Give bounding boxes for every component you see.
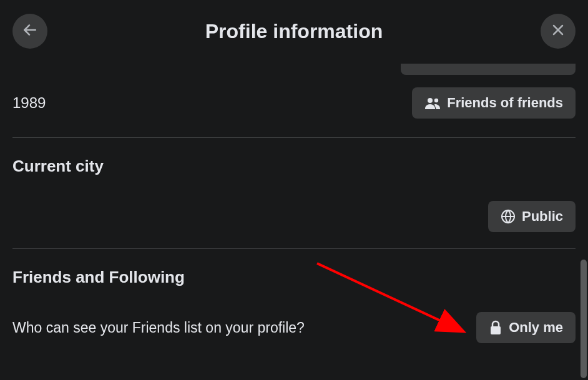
year-privacy-button[interactable]: Friends of friends xyxy=(412,87,576,119)
lock-icon xyxy=(489,320,502,335)
back-button[interactable] xyxy=(12,14,47,49)
friends-list-privacy-label: Only me xyxy=(509,319,563,336)
header: Profile information xyxy=(0,0,588,62)
close-button[interactable] xyxy=(541,14,576,49)
divider xyxy=(12,248,576,249)
friends-of-friends-icon xyxy=(424,97,441,109)
friends-list-question-row: Who can see your Friends list on your pr… xyxy=(12,295,576,351)
partial-privacy-button[interactable] xyxy=(401,64,576,75)
current-city-title: Current city xyxy=(12,157,104,176)
globe-icon xyxy=(501,209,516,224)
year-value: 1989 xyxy=(12,94,46,112)
current-city-section-header: Current city xyxy=(12,149,576,183)
close-icon xyxy=(551,22,566,40)
current-city-privacy-row: Public xyxy=(12,183,576,237)
current-city-privacy-button[interactable]: Public xyxy=(488,201,576,232)
scrollbar[interactable] xyxy=(581,260,587,378)
page-title: Profile information xyxy=(205,20,383,43)
year-privacy-label: Friends of friends xyxy=(447,95,563,111)
svg-point-4 xyxy=(434,99,438,102)
current-city-privacy-label: Public xyxy=(522,208,563,225)
friends-following-section-header: Friends and Following xyxy=(12,260,576,295)
divider xyxy=(12,137,576,138)
friends-list-question: Who can see your Friends list on your pr… xyxy=(12,319,305,336)
friends-following-title: Friends and Following xyxy=(12,268,185,287)
svg-point-3 xyxy=(428,98,433,103)
arrow-left-icon xyxy=(22,22,38,41)
friends-list-privacy-button[interactable]: Only me xyxy=(476,312,576,343)
svg-rect-6 xyxy=(491,326,501,334)
year-row: 1989 Friends of friends xyxy=(12,80,576,126)
